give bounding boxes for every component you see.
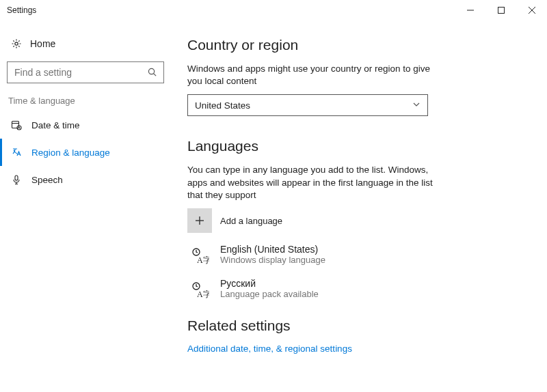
svg-text:A字: A字 [197, 290, 209, 299]
sidebar-item-region-language[interactable]: Region & language [0, 139, 171, 166]
svg-line-6 [154, 74, 157, 76]
svg-rect-7 [12, 122, 19, 128]
close-button[interactable] [516, 0, 547, 20]
sidebar-item-label: Region & language [31, 148, 110, 158]
language-name: English (United States) [220, 244, 325, 255]
language-glyph-icon: A字 [187, 278, 212, 303]
country-select[interactable]: United States [187, 94, 428, 116]
language-item-english[interactable]: A字 English (United States) Windows displ… [187, 244, 520, 268]
sidebar-category: Time & language [0, 93, 171, 111]
search-icon [147, 67, 158, 78]
sidebar-item-label: Speech [31, 175, 63, 185]
window-title: Settings [7, 5, 36, 15]
search-input[interactable] [13, 66, 147, 79]
sidebar-item-speech[interactable]: Speech [0, 166, 171, 193]
sidebar: Home Time & language Date & time [0, 20, 171, 392]
gear-icon [11, 38, 22, 49]
window-controls [455, 0, 547, 20]
country-description: Windows and apps might use your country … [187, 63, 433, 87]
country-value: United States [195, 100, 250, 111]
add-language-label: Add a language [220, 216, 282, 226]
sidebar-item-date-time[interactable]: Date & time [0, 111, 171, 139]
minimize-button[interactable] [455, 0, 485, 20]
svg-point-5 [148, 68, 154, 74]
additional-settings-link[interactable]: Additional date, time, & regional settin… [187, 344, 520, 354]
language-sub: Windows display language [220, 255, 325, 265]
language-name: Русский [220, 278, 319, 289]
home-label: Home [30, 38, 55, 49]
content-pane: Country or region Windows and apps might… [171, 20, 547, 392]
language-icon [11, 147, 22, 158]
calendar-clock-icon [11, 120, 22, 130]
plus-icon [187, 208, 212, 233]
svg-rect-1 [498, 8, 504, 14]
chevron-down-icon [412, 100, 421, 111]
languages-heading: Languages [187, 138, 520, 154]
svg-rect-10 [15, 176, 18, 180]
add-language-button[interactable]: Add a language [187, 208, 520, 233]
related-settings-heading: Related settings [187, 318, 520, 334]
home-button[interactable]: Home [0, 33, 171, 55]
maximize-button[interactable] [485, 0, 516, 20]
language-item-russian[interactable]: A字 Русский Language pack available [187, 278, 520, 303]
titlebar: Settings [0, 0, 547, 20]
sidebar-item-label: Date & time [31, 120, 80, 130]
languages-description: You can type in any language you add to … [187, 164, 433, 201]
language-sub: Language pack available [220, 289, 319, 299]
microphone-icon [11, 174, 22, 185]
country-heading: Country or region [187, 37, 520, 53]
language-glyph-icon: A字 [187, 244, 212, 268]
svg-point-4 [15, 42, 18, 45]
svg-text:A字: A字 [197, 255, 209, 265]
search-box[interactable] [7, 61, 164, 83]
